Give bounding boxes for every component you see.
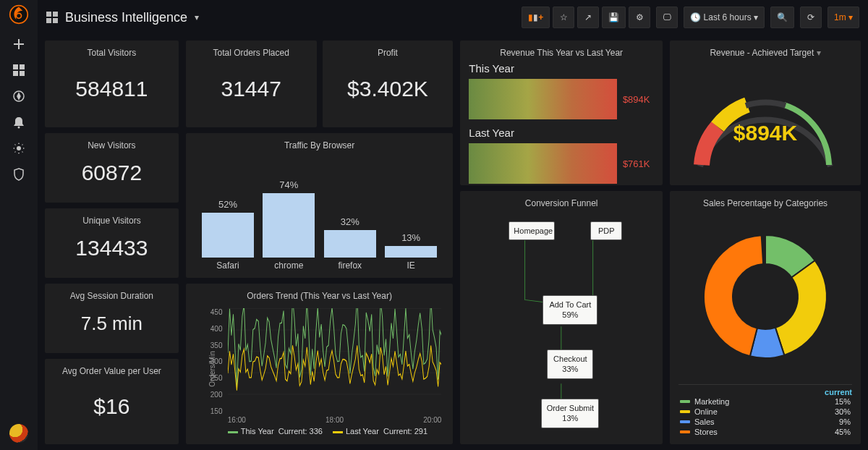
- bar-chart: 52%Safari74%chrome32%firefox13%IE: [195, 150, 445, 271]
- bar-item: 74%chrome: [258, 179, 319, 271]
- chevron-down-icon: ▾: [754, 12, 758, 22]
- user-avatar[interactable]: [9, 424, 28, 443]
- add-icon[interactable]: [12, 38, 25, 51]
- legend-row[interactable]: Sales9%: [678, 417, 852, 427]
- zoom-out-button[interactable]: 🔍: [770, 7, 794, 28]
- panel-title: Orders Trend (This Year vs Last Year): [195, 291, 445, 301]
- legend-row[interactable]: Marketing15%: [678, 396, 852, 407]
- sidebar: [0, 0, 38, 450]
- grid-icon: [46, 12, 58, 23]
- panel-unique-visitors[interactable]: Unique Visitors 134433: [45, 208, 179, 278]
- x-axis: 16:00 18:00 20:00: [228, 416, 442, 424]
- panel-title: Unique Visitors: [54, 216, 170, 226]
- star-button[interactable]: ☆: [553, 7, 574, 28]
- panel-title: Revenue - Achieved Target ▾: [678, 48, 852, 58]
- panel-avg-session[interactable]: Avg Session Duration 7.5 min: [45, 284, 179, 353]
- panel-revenue-gauge[interactable]: Revenue - Achieved Target ▾ $894K: [670, 41, 861, 185]
- dashboard-title-text: Business Intelligence: [65, 10, 187, 25]
- topbar: Business Intelligence ▾ ▮▮+ ☆ ↗ 💾 ⚙ 🖵 🕓 …: [38, 0, 868, 35]
- refresh-button[interactable]: ⟳: [800, 7, 822, 28]
- grafana-logo-icon[interactable]: [9, 4, 29, 25]
- stat-value: 584811: [54, 58, 170, 120]
- panel-title: Conversion Funnel: [469, 198, 654, 208]
- last-year-bar: $761K: [469, 143, 654, 184]
- stat-value: $16: [54, 376, 170, 437]
- panel-total-visitors[interactable]: Total Visitors 584811: [45, 41, 179, 127]
- donut-chart: [693, 224, 838, 369]
- dashboards-icon[interactable]: [12, 64, 25, 77]
- save-button[interactable]: 💾: [602, 7, 626, 28]
- last-year-value: $761K: [623, 158, 650, 169]
- gauge-value: $894K: [733, 121, 797, 145]
- dashboard-grid: Total Visitors 584811 New Visitors 60872…: [38, 35, 868, 450]
- svg-rect-7: [20, 71, 25, 76]
- funnel-node-order-submit: Order Submit13%: [541, 399, 599, 428]
- svg-point-10: [18, 127, 20, 129]
- svg-rect-15: [53, 18, 58, 23]
- panel-sales-categories[interactable]: Sales Percentage by Categories current M…: [670, 191, 861, 444]
- panel-revenue-compare[interactable]: Revenue This Year vs Last Year This Year…: [460, 41, 663, 185]
- chevron-down-icon: ▾: [817, 48, 821, 58]
- clock-icon: 🕓: [690, 12, 701, 22]
- funnel-node-add-to-cart: Add To Cart59%: [542, 295, 597, 325]
- configuration-icon[interactable]: [12, 142, 25, 155]
- panel-title: Revenue This Year vs Last Year: [469, 48, 654, 58]
- cycle-view-button[interactable]: 🖵: [656, 7, 678, 28]
- share-button[interactable]: ↗: [577, 7, 599, 28]
- panel-title: Traffic By Browser: [195, 140, 445, 150]
- panel-avg-order-value[interactable]: Avg Order Value per User $16: [45, 359, 179, 444]
- panel-profit[interactable]: Profit $3.402K: [323, 41, 454, 127]
- panel-title: Sales Percentage by Categories: [678, 198, 852, 208]
- svg-marker-9: [17, 93, 20, 99]
- time-range-text: Last 6 hours: [704, 12, 752, 22]
- this-year-value: $894K: [623, 94, 650, 105]
- shield-icon[interactable]: [12, 168, 25, 181]
- panel-total-orders[interactable]: Total Orders Placed 31447: [186, 41, 317, 127]
- svg-rect-14: [46, 18, 51, 23]
- svg-rect-4: [13, 64, 18, 69]
- svg-rect-12: [46, 12, 51, 17]
- panel-orders-trend[interactable]: Orders Trend (This Year vs Last Year) Or…: [186, 284, 454, 444]
- svg-point-11: [17, 146, 21, 150]
- stat-value: $3.402K: [331, 58, 445, 120]
- svg-rect-3: [14, 43, 24, 45]
- dashboard-title[interactable]: Business Intelligence ▾: [46, 10, 199, 25]
- line-chart: Orders/Min 150200250300350400450 16:00 1…: [195, 301, 445, 437]
- plot-area: [228, 308, 442, 415]
- panel-title: Total Orders Placed: [195, 48, 308, 58]
- add-panel-button[interactable]: ▮▮+: [522, 7, 550, 28]
- legend-header: current: [678, 388, 852, 396]
- refresh-interval-picker[interactable]: 1m ▾: [827, 7, 859, 28]
- stat-value: 31447: [195, 58, 308, 120]
- svg-rect-5: [20, 64, 25, 69]
- funnel-node-checkout: Checkout33%: [547, 349, 593, 379]
- bar-item: 13%IE: [380, 232, 441, 271]
- funnel-diagram: Homepage PDP Add To Cart59% Checkout33% …: [469, 208, 654, 437]
- bar-item: 32%firefox: [320, 216, 380, 271]
- stat-value: 7.5 min: [54, 301, 170, 346]
- y-axis: 150200250300350400450: [210, 308, 223, 415]
- refresh-interval-text: 1m: [834, 12, 846, 22]
- gauge-chart: $894K: [678, 58, 852, 181]
- legend-row[interactable]: Online30%: [678, 407, 852, 417]
- panel-title: Profit: [331, 48, 445, 58]
- chart-legend: This Year Current: 336 Last Year Current…: [228, 427, 427, 436]
- chevron-down-icon: ▾: [195, 12, 199, 22]
- last-year-label: Last Year: [469, 127, 654, 139]
- panel-traffic-browser[interactable]: Traffic By Browser 52%Safari74%chrome32%…: [186, 133, 454, 278]
- panel-conversion-funnel[interactable]: Conversion Funnel Homepage PDP Add To Ca…: [460, 191, 663, 444]
- panel-title: Avg Session Duration: [54, 291, 170, 301]
- bar-item: 52%Safari: [197, 199, 258, 271]
- explore-icon[interactable]: [12, 90, 25, 103]
- legend-row[interactable]: Stores45%: [678, 427, 852, 437]
- settings-button[interactable]: ⚙: [629, 7, 650, 28]
- panel-new-visitors[interactable]: New Visitors 60872: [45, 133, 179, 203]
- this-year-label: This Year: [469, 62, 654, 75]
- panel-title: Avg Order Value per User: [54, 366, 170, 376]
- time-range-picker[interactable]: 🕓 Last 6 hours ▾: [684, 7, 765, 28]
- this-year-bar: $894K: [469, 79, 654, 119]
- funnel-node-homepage: Homepage: [509, 221, 555, 240]
- panel-title: Total Visitors: [54, 48, 170, 58]
- alerting-icon[interactable]: [12, 116, 25, 129]
- svg-rect-6: [13, 71, 18, 76]
